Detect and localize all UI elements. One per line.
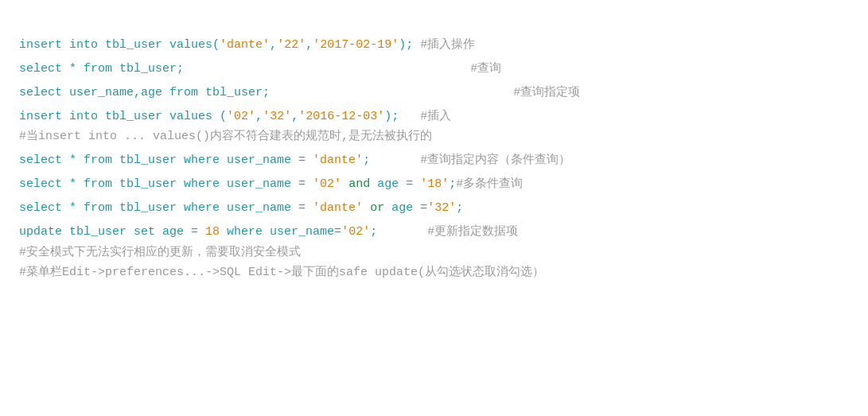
kw-token: into [69,110,98,123]
comment-token: #插入操作 [420,38,475,52]
comment-token: #多条件查询 [456,177,523,191]
kw-token: select [19,62,62,76]
str-token: '02' [313,177,341,191]
plain-token: * [62,177,84,191]
plain-token [62,110,69,123]
plain-token: * [62,154,84,167]
comment-token: #查询 [470,62,501,76]
kw-token: from [169,86,198,99]
spacer-token [270,86,513,99]
kw-token: set [134,225,155,239]
comment-token: #查询指定项 [513,86,580,99]
code-line: select * from tbl_user; #查询 [19,59,849,80]
code-line: select user_name,age from tbl_user; #查询指… [19,83,849,103]
code-line: select * from tbl_user where user_name =… [19,198,849,219]
plain-token: ( [212,110,227,123]
plain-token: tbl_user; [112,62,184,76]
plain-token: tbl_user [62,225,134,239]
plain-token: , [255,110,263,123]
plain-token: ); [384,110,420,123]
code-editor: insert into tbl_user values('dante','22'… [19,14,849,283]
plain-token: tbl_user [98,38,169,52]
code-line: select * from tbl_user where user_name =… [19,150,849,171]
plain-token [62,38,69,52]
plain-token: tbl_user [112,201,184,215]
kw-token: select [19,177,62,191]
kw-token: values [169,110,212,123]
plain-token: tbl_user; [198,86,270,99]
plain-token: user_name= [263,225,341,239]
kw-token: from [84,201,112,215]
plain-token: , [306,38,313,52]
kw-token: insert [19,38,62,52]
kw-token: from [84,62,112,76]
kw-token: values [169,38,212,52]
kw-token: where [184,201,220,215]
plain-token [220,225,227,239]
kw-token: where [184,154,220,167]
comment-token: #安全模式下无法实行相应的更新，需要取消安全模式 [19,246,301,259]
plain-token: , [270,38,277,52]
kw-token: select [19,154,62,167]
comment-token: #当insert into ... values()内容不符合建表的规范时,是无… [19,130,432,143]
kw-token: where [184,177,220,191]
code-line: update tbl_user set age = 18 where user_… [19,222,849,243]
plain-token: , [291,110,298,123]
kw-token: where [227,225,263,239]
code-line: insert into tbl_user values('dante','22'… [19,35,849,56]
kw2-token: and [348,177,370,191]
str-token: 'dante' [313,154,363,167]
str-token: 'dante' [220,38,270,52]
str-token: 'dante' [313,201,363,215]
kw-token: select [19,201,62,215]
plain-token: ; [370,225,377,239]
plain-token [341,177,348,191]
plain-token: tbl_user [112,154,184,167]
str-token: '02' [341,225,370,239]
plain-token: ; [456,201,463,215]
str-token: '32' [427,201,456,215]
plain-token [363,201,370,215]
str-token: '02' [227,110,255,123]
spacer-token [184,62,470,76]
plain-token: ); [399,38,420,52]
code-line: select * from tbl_user where user_name =… [19,174,849,195]
spacer-token [377,225,427,239]
plain-token: age = [155,225,205,239]
kw-token: into [69,38,98,52]
kw-token: select [19,86,62,99]
plain-token: * [62,201,84,215]
kw-token: from [84,177,112,191]
plain-token: age = [384,201,427,215]
code-line: #当insert into ... values()内容不符合建表的规范时,是无… [19,126,849,147]
plain-token: tbl_user [112,177,184,191]
comment-token: #查询指定内容（条件查询） [420,154,570,167]
plain-token: ; [363,154,370,167]
kw-token: update [19,225,62,239]
plain-token: user_name,age [62,86,169,99]
code-line: #安全模式下无法实行相应的更新，需要取消安全模式 [19,243,849,263]
plain-token: user_name = [220,177,313,191]
str-token: '2016-12-03' [298,110,384,123]
kw-token: insert [19,110,62,123]
plain-token: tbl_user [98,110,169,123]
plain-token: age = [370,177,420,191]
kw2-token: or [370,201,384,215]
plain-token: user_name = [220,201,313,215]
plain-token: ( [212,38,220,52]
plain-token: * [62,62,84,76]
str-token: '2017-02-19' [313,38,399,52]
plain-token: user_name = [220,154,313,167]
str-token: '22' [277,38,306,52]
code-line: #菜单栏Edit->preferences...->SQL Edit->最下面的… [19,262,849,283]
comment-token: #更新指定数据项 [427,225,518,239]
num-token: 18 [205,225,220,239]
comment-token: #插入 [420,110,451,123]
spacer-token [370,154,420,167]
code-line: insert into tbl_user values ('02','32','… [19,107,849,127]
str-token: '32' [263,110,291,123]
plain-token: ; [449,177,456,191]
comment-token: #菜单栏Edit->preferences...->SQL Edit->最下面的… [19,266,544,279]
kw-token: from [84,154,112,167]
str-token: '18' [420,177,449,191]
